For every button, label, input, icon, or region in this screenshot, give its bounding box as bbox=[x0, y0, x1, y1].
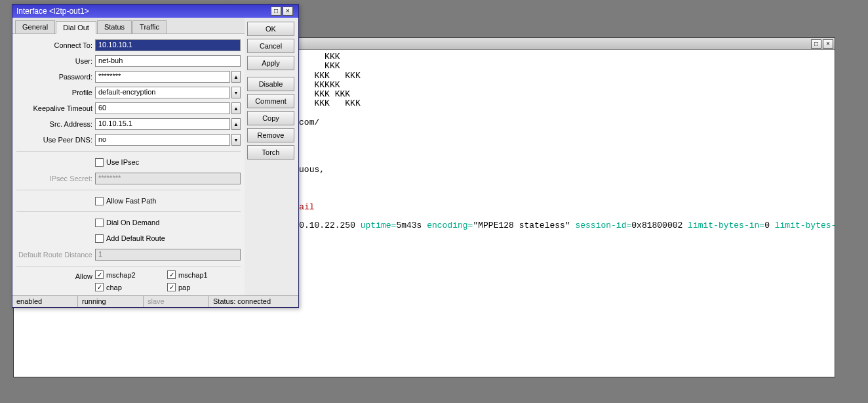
use-ipsec-checkbox[interactable] bbox=[95, 158, 104, 167]
comment-button[interactable]: Comment bbox=[247, 94, 294, 108]
interface-dialog: Interface <l2tp-out1> □ × General Dial O… bbox=[12, 4, 299, 308]
src-address-up-icon[interactable]: ▲ bbox=[231, 118, 241, 130]
dial-on-demand-label: Dial On Demand bbox=[106, 219, 159, 226]
password-up-icon[interactable]: ▲ bbox=[231, 71, 241, 83]
pap-checkbox[interactable] bbox=[167, 283, 176, 291]
tab-traffic[interactable]: Traffic bbox=[132, 20, 167, 33]
allow-fast-path-label: Allow Fast Path bbox=[106, 197, 156, 205]
password-input[interactable]: ******** bbox=[95, 71, 230, 83]
dial-on-demand-checkbox[interactable] bbox=[95, 219, 104, 227]
add-default-route-label: Add Default Route bbox=[106, 234, 165, 242]
ok-button[interactable]: OK bbox=[247, 22, 294, 36]
connect-to-input[interactable]: 10.10.10.1 bbox=[95, 39, 241, 51]
dialog-close-icon[interactable]: × bbox=[283, 7, 293, 16]
allow-fast-path-checkbox[interactable] bbox=[95, 197, 104, 205]
allow-label: Allow bbox=[16, 270, 95, 280]
keepalive-input[interactable]: 60 bbox=[95, 102, 230, 114]
profile-select[interactable]: default-encryption bbox=[95, 87, 230, 98]
dialog-actions: OK Cancel Apply Disable Comment Copy Rem… bbox=[245, 18, 298, 295]
connect-to-label: Connect To: bbox=[16, 41, 95, 49]
use-peer-dns-select[interactable]: no bbox=[95, 134, 230, 146]
use-peer-dns-label: Use Peer DNS: bbox=[16, 136, 95, 144]
dialog-title-text: Interface <l2tp-out1> bbox=[16, 7, 89, 16]
use-ipsec-label: Use IPsec bbox=[106, 158, 139, 166]
copy-button[interactable]: Copy bbox=[247, 111, 294, 125]
cancel-button[interactable]: Cancel bbox=[247, 39, 294, 53]
status-enabled: enabled bbox=[12, 296, 78, 307]
status-slave: slave bbox=[144, 296, 209, 307]
dialog-maximize-icon[interactable]: □ bbox=[271, 7, 281, 16]
user-input[interactable]: net-buh bbox=[95, 55, 241, 67]
default-route-distance-label: Default Route Distance bbox=[16, 251, 95, 259]
tab-dial-out[interactable]: Dial Out bbox=[56, 21, 96, 34]
add-default-route-checkbox[interactable] bbox=[95, 234, 104, 243]
ipsec-secret-input: ******** bbox=[95, 173, 241, 184]
tab-general[interactable]: General bbox=[15, 20, 55, 33]
status-connected: Status: connected bbox=[209, 296, 298, 307]
status-running: running bbox=[78, 296, 144, 307]
dial-out-form: Connect To: 10.10.10.1 User: net-buh Pas… bbox=[12, 34, 245, 295]
dialog-titlebar[interactable]: Interface <l2tp-out1> □ × bbox=[12, 5, 298, 18]
keepalive-label: Keepalive Timeout bbox=[16, 104, 95, 112]
default-route-distance-input: 1 bbox=[95, 249, 241, 261]
user-label: User: bbox=[16, 57, 95, 65]
dialog-tabs: General Dial Out Status Traffic bbox=[12, 18, 245, 34]
torch-button[interactable]: Torch bbox=[247, 145, 294, 159]
dialog-statusbar: enabled running slave Status: connected bbox=[12, 295, 298, 307]
src-address-input[interactable]: 10.10.15.1 bbox=[95, 118, 230, 130]
apply-button[interactable]: Apply bbox=[247, 56, 294, 70]
remove-button[interactable]: Remove bbox=[247, 128, 294, 142]
chap-checkbox[interactable] bbox=[95, 283, 104, 291]
terminal-maximize-icon[interactable]: □ bbox=[811, 39, 821, 49]
mschap2-checkbox[interactable] bbox=[95, 270, 104, 279]
mschap1-checkbox[interactable] bbox=[167, 270, 176, 279]
profile-dropdown-icon[interactable]: ▾ bbox=[231, 87, 241, 98]
ipsec-secret-label: IPsec Secret: bbox=[16, 175, 95, 182]
use-peer-dns-dropdown-icon[interactable]: ▾ bbox=[231, 134, 241, 146]
password-label: Password: bbox=[16, 73, 95, 81]
src-address-label: Src. Address: bbox=[16, 120, 95, 128]
profile-label: Profile bbox=[16, 89, 95, 96]
keepalive-up-icon[interactable]: ▲ bbox=[231, 102, 241, 114]
terminal-close-icon[interactable]: × bbox=[823, 39, 833, 49]
tab-status[interactable]: Status bbox=[97, 20, 132, 33]
disable-button[interactable]: Disable bbox=[247, 77, 294, 91]
